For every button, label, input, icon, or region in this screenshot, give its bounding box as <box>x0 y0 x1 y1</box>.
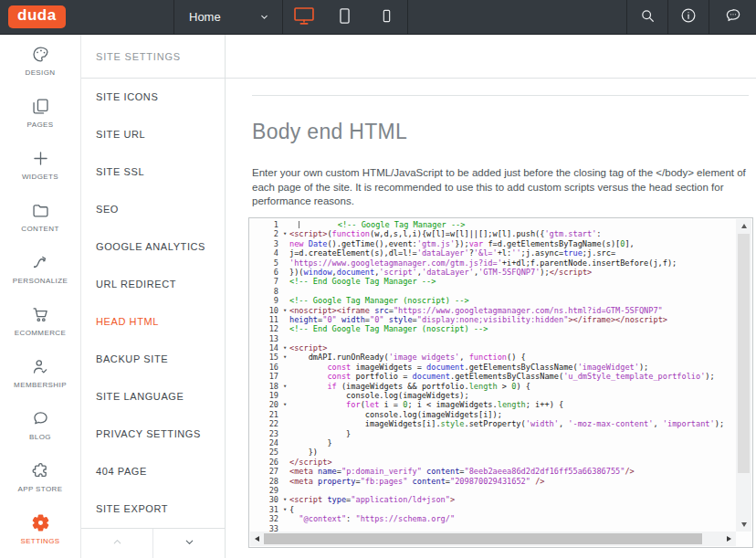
nav-item-content[interactable]: CONTENT <box>0 191 80 243</box>
code-line: 22 imageWidgets[i].style.setProperty('wi… <box>249 419 735 428</box>
menu-scroll-up-button[interactable] <box>81 529 153 558</box>
code-line: 6})(window,document,'script','dataLayer'… <box>249 268 735 277</box>
line-number: 8 <box>249 287 280 296</box>
settings-menu-item-site-language[interactable]: SITE LANGUAGE <box>81 377 225 415</box>
settings-menu-item-google-analytics[interactable]: GOOGLE ANALYTICS <box>81 227 225 265</box>
scrollbar-right-arrow-icon[interactable] <box>722 532 736 546</box>
section-divider <box>252 95 749 96</box>
help-chat-button[interactable] <box>709 0 756 34</box>
desktop-preview-button[interactable] <box>283 0 324 34</box>
duda-logo[interactable]: duda <box>8 5 66 29</box>
line-number: 33 <box>249 524 280 532</box>
fold-arrow-icon[interactable]: ▾ <box>280 343 289 353</box>
nav-item-settings[interactable]: SETTINGS <box>0 503 80 555</box>
fold-gutter <box>280 268 289 277</box>
scrollbar-up-arrow-icon[interactable] <box>736 219 751 233</box>
fold-gutter <box>280 477 289 486</box>
cart-icon <box>31 305 50 324</box>
fold-gutter <box>280 410 289 419</box>
nav-item-personalize[interactable]: PERSONALIZE <box>0 243 80 295</box>
code-line: 18▾ if (imageWidgets && portfolio.length… <box>249 382 735 391</box>
scrollbar-left-arrow-icon[interactable] <box>250 532 264 546</box>
vertical-scrollbar-thumb[interactable] <box>738 234 750 473</box>
horizontal-scrollbar-thumb[interactable] <box>264 533 702 544</box>
code-line: 7<!-- End Google Tag Manager --> <box>249 277 735 286</box>
code-text: imageWidgets[i].style.setProperty('width… <box>289 419 735 428</box>
nav-item-design[interactable]: DESIGN <box>0 35 80 87</box>
nav-item-label: PERSONALIZE <box>13 277 68 285</box>
settings-menu-item-site-export[interactable]: SITE EXPORT <box>81 490 225 527</box>
site-settings-panel: SITE SETTINGS SITE ICONSSITE URLSITE SSL… <box>81 35 226 558</box>
chat-dots-icon <box>724 6 742 27</box>
fold-arrow-icon[interactable]: ▾ <box>280 229 289 238</box>
code-text: { <box>289 505 735 514</box>
logo-section: duda <box>0 0 173 34</box>
fold-arrow-icon[interactable]: ▾ <box>280 400 289 409</box>
settings-menu-item-site-url[interactable]: SITE URL <box>81 115 225 153</box>
nav-item-blog[interactable]: BLOG <box>0 399 80 451</box>
code-line: 13 <box>249 334 735 343</box>
line-number: 15 <box>249 353 280 362</box>
settings-menu-item-head-html[interactable]: HEAD HTML <box>81 302 225 340</box>
code-text: <script>(function(w,d,s,l,i){w[l]=w[l]||… <box>289 229 735 238</box>
search-button[interactable] <box>626 0 667 34</box>
tablet-preview-button[interactable] <box>324 0 365 34</box>
gear-icon <box>31 513 50 532</box>
code-line: 17 const portfolio = document.getElement… <box>249 372 735 381</box>
code-text: const portfolio = document.getElementsBy… <box>289 372 735 381</box>
code-text: <!-- End Google Tag Manager (noscript) -… <box>289 324 735 333</box>
scrollbar-down-arrow-icon[interactable] <box>736 518 751 532</box>
code-text: <!-- End Google Tag Manager --> <box>289 277 735 286</box>
code-line: 30▾<script type="application/ld+json"> <box>249 495 735 504</box>
line-number: 9 <box>249 296 280 305</box>
puzzle-icon <box>31 461 50 480</box>
nav-item-app-store[interactable]: APP STORE <box>0 451 80 503</box>
fold-gutter <box>280 524 289 532</box>
nav-item-pages[interactable]: PAGES <box>0 87 80 139</box>
settings-menu-item-404-page[interactable]: 404 PAGE <box>81 452 225 490</box>
code-line: 27<meta name="p:domain_verify" content="… <box>249 467 735 476</box>
editor-vertical-scrollbar[interactable] <box>736 219 751 532</box>
chevron-up-icon <box>111 536 123 551</box>
line-number: 24 <box>249 438 280 447</box>
nav-item-membership[interactable]: MEMBERSHIP <box>0 347 80 399</box>
mobile-icon <box>378 7 395 27</box>
code-text: <meta property="fb:pages" content="20987… <box>289 477 735 486</box>
page-selector-dropdown[interactable]: Home <box>173 0 283 34</box>
code-text: }) <box>289 447 735 457</box>
folder-icon <box>31 201 50 220</box>
fold-arrow-icon[interactable]: ▾ <box>280 382 289 391</box>
editor-horizontal-scrollbar[interactable] <box>250 532 736 546</box>
info-button[interactable] <box>667 0 709 34</box>
code-text: <noscript><iframe src="https://www.googl… <box>289 306 735 315</box>
settings-menu-item-backup-site[interactable]: BACKUP SITE <box>81 340 225 377</box>
menu-scroll-down-button[interactable] <box>153 529 225 558</box>
fold-arrow-icon[interactable]: ▾ <box>280 505 289 514</box>
settings-menu-item-site-ssl[interactable]: SITE SSL <box>81 153 225 190</box>
code-line: 8 <box>249 287 735 296</box>
fold-arrow-icon[interactable]: ▾ <box>280 495 289 504</box>
fold-gutter <box>280 391 289 400</box>
code-line: 31▾{ <box>249 505 735 514</box>
fold-gutter <box>280 315 289 324</box>
code-text: 'https://www.googletagmanager.com/gtm.js… <box>289 258 735 268</box>
settings-menu-item-url-redirect[interactable]: URL REDIRECT <box>81 265 225 302</box>
line-number: 2 <box>249 229 280 238</box>
line-number: 6 <box>249 268 280 277</box>
settings-menu-item-site-icons[interactable]: SITE ICONS <box>81 78 225 115</box>
code-editor[interactable]: 1 <!-- Google Tag Manager -->2▾<script>(… <box>248 217 753 548</box>
settings-menu-item-privacy-settings[interactable]: PRIVACY SETTINGS <box>81 415 225 452</box>
fold-gutter <box>280 334 289 343</box>
nav-item-label: MEMBERSHIP <box>14 381 67 389</box>
line-number: 11 <box>249 315 280 324</box>
nav-item-ecommerce[interactable]: ECOMMERCE <box>0 295 80 347</box>
fold-arrow-icon[interactable]: ▾ <box>280 306 289 315</box>
fold-arrow-icon[interactable]: ▾ <box>280 353 289 362</box>
line-number: 26 <box>249 458 280 467</box>
mobile-preview-button[interactable] <box>366 0 407 34</box>
settings-menu-pager <box>81 528 225 558</box>
code-line: 25 }) <box>249 447 735 457</box>
fold-gutter <box>280 458 289 467</box>
settings-menu-item-seo[interactable]: SEO <box>81 190 225 227</box>
nav-item-widgets[interactable]: WIDGETS <box>0 139 80 191</box>
